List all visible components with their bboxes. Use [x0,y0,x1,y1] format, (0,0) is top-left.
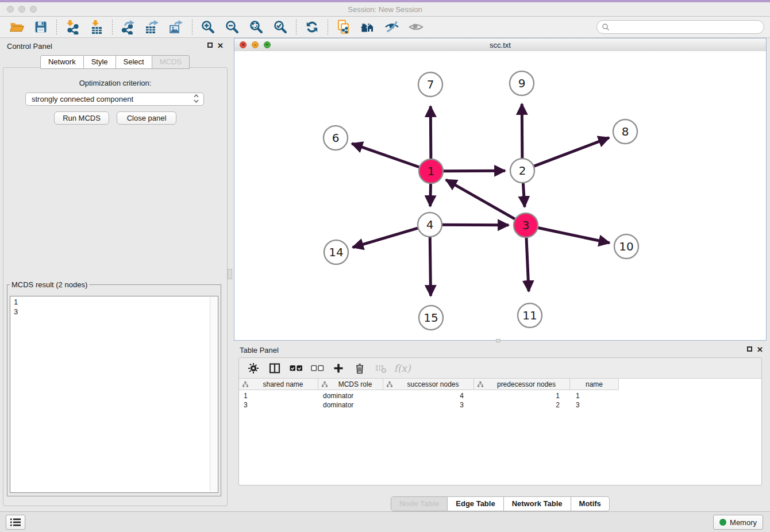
unchecked-boxes-icon [311,365,324,372]
graph-node-9[interactable]: 9 [510,71,534,95]
graph-node-1[interactable]: 1 [419,159,443,183]
graph-edge-1-7[interactable] [430,106,431,159]
cell-shared-name[interactable]: 1 [239,391,318,400]
first-neighbors-button[interactable] [359,18,376,36]
zoom-fit-button[interactable] [248,18,265,36]
duplicate-network-button[interactable] [335,18,352,36]
graph-edge-1-6[interactable] [352,144,419,167]
select-all-rows-button[interactable] [288,361,303,375]
table-panel-tabs: Node Table Edge Table Network Table Moti… [234,496,767,511]
trash-icon [354,363,365,374]
run-mcds-label: Run MCDS [63,114,101,122]
column-header-name[interactable]: name [570,379,619,390]
mcds-result-text[interactable]: 1 3 [10,296,218,493]
graph-edge-3-10[interactable] [538,228,610,243]
graph-edge-1-4[interactable] [430,184,431,206]
cell-successor-nodes[interactable]: 3 [383,400,474,410]
tab-node-table[interactable]: Node Table [391,496,448,511]
graph-edge-1-2[interactable] [444,171,505,171]
column-header-predecessor-nodes[interactable]: predecessor nodes [474,379,570,390]
graph-edge-4-14[interactable] [353,228,418,247]
close-panel-button[interactable]: ✕ [217,43,224,49]
panel-list-button[interactable] [6,515,25,530]
tab-edge-table[interactable]: Edge Table [448,496,503,511]
control-panel-title: Control Panel [7,42,52,51]
cell-successor-nodes[interactable]: 4 [383,391,474,400]
show-all-button[interactable] [407,18,425,36]
table-row[interactable]: 1 dominator 4 1 1 [239,391,619,400]
table-row[interactable]: 3 dominator 3 2 3 [239,400,619,410]
graph-node-4[interactable]: 4 [418,213,442,237]
graph-node-2[interactable]: 2 [510,159,534,183]
tab-mcds[interactable]: MCDS [152,55,190,69]
delete-column-button[interactable] [374,361,388,375]
show-column-button[interactable] [267,361,282,375]
graph-node-8[interactable]: 8 [613,119,637,144]
graph-node-10[interactable]: 10 [614,234,638,259]
float-table-panel-button[interactable] [747,346,752,352]
graph-node-label: 2 [519,164,526,178]
zoom-selected-button[interactable] [272,18,289,36]
tab-motifs[interactable]: Motifs [571,496,610,511]
column-header-shared-name[interactable]: shared name [239,379,318,390]
refresh-button[interactable] [303,18,321,36]
tab-select[interactable]: Select [116,55,152,69]
close-panel-button-mcds[interactable]: Close panel [117,111,176,125]
import-network-button[interactable] [64,18,81,36]
search-field[interactable] [596,20,764,34]
add-row-button[interactable] [331,361,346,375]
graph-edge-3-1[interactable] [446,180,515,219]
cell-name[interactable]: 1 [570,391,619,400]
network-canvas[interactable]: 7968124314101511 [234,51,766,340]
close-table-panel-button[interactable]: ✕ [757,346,763,353]
graph-edge-3-11[interactable] [526,238,529,291]
graph-edge-2-8[interactable] [534,138,609,167]
delete-row-button[interactable] [352,361,367,375]
tab-style[interactable]: Style [84,55,116,69]
column-header-successor-nodes[interactable]: successor nodes [383,379,474,390]
graph-edge-2-3[interactable] [523,183,525,207]
search-icon [602,23,610,31]
function-builder-button[interactable]: f(x) [395,361,410,375]
list-icon [10,518,21,526]
graph-node-6[interactable]: 6 [324,126,348,150]
cell-predecessor-nodes[interactable]: 1 [474,391,570,400]
vertical-splitter-handle[interactable] [228,269,232,279]
table-options-button[interactable] [246,361,261,375]
graph-edge-4-15[interactable] [430,237,430,296]
cell-predecessor-nodes[interactable]: 2 [474,400,570,410]
graph-node-7[interactable]: 7 [418,72,442,97]
open-session-button[interactable] [8,18,25,36]
deselect-all-rows-button[interactable] [310,361,325,375]
memory-button[interactable]: Memory [713,515,763,530]
float-panel-button[interactable] [207,43,213,48]
criterion-select[interactable]: strongly connected component [25,92,204,106]
cell-mcds-role[interactable]: dominator [318,400,383,410]
export-image-button[interactable] [168,18,185,36]
import-table-button[interactable] [88,18,105,36]
graph-node-3[interactable]: 3 [514,213,538,237]
run-mcds-button[interactable]: Run MCDS [54,111,109,125]
hide-selected-button[interactable] [383,18,401,36]
save-session-button[interactable] [32,18,49,36]
cell-shared-name[interactable]: 3 [239,400,318,410]
tab-network-table[interactable]: Network Table [504,496,571,511]
table-panel-title: Table Panel [240,346,279,354]
export-table-button[interactable] [144,18,161,36]
graph-node-label: 14 [329,245,343,259]
result-scrollbar[interactable] [210,297,217,492]
graph-edge-2-9[interactable] [522,104,522,158]
export-network-button[interactable] [120,18,137,36]
zoom-out-button[interactable] [224,18,241,36]
cell-name[interactable]: 3 [570,400,619,410]
column-header-mcds-role[interactable]: MCDS role [318,379,383,390]
network-frame-titlebar[interactable]: ✕ – + scc.txt [234,38,766,52]
graph-edge-4-3[interactable] [442,225,509,225]
zoom-in-button[interactable] [199,18,217,36]
tab-network[interactable]: Network [40,55,84,69]
cell-mcds-role[interactable]: dominator [318,391,383,400]
graph-node-14[interactable]: 14 [324,240,348,264]
graph-node-11[interactable]: 11 [518,303,542,327]
refresh-icon [305,20,319,34]
graph-node-15[interactable]: 15 [419,306,443,330]
